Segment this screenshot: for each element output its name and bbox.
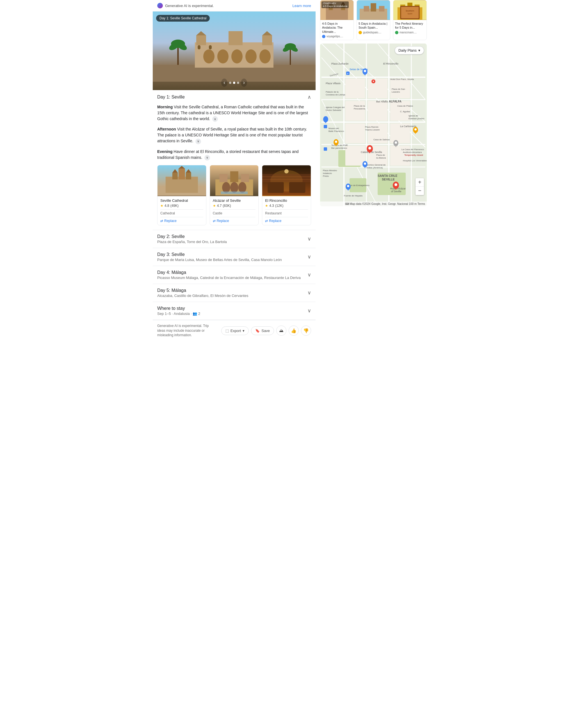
where-to-stay-chevron[interactable]: ∨ xyxy=(307,308,311,314)
svg-rect-91 xyxy=(368,101,387,121)
svg-text:Museo del: Museo del xyxy=(329,127,339,130)
alcazar-replace-btn[interactable]: ⇄ Replace xyxy=(213,217,256,223)
svg-text:Palacio de la: Palacio de la xyxy=(326,91,339,93)
svg-text:SANTA CRUZ: SANTA CRUZ xyxy=(378,174,398,177)
svg-text:SEVILLE: SEVILLE xyxy=(382,178,395,181)
svg-text:Condesa de Lebrija: Condesa de Lebrija xyxy=(326,94,345,96)
zoom-out-button[interactable]: − xyxy=(415,187,424,195)
hero-next-arrow[interactable]: › xyxy=(241,78,247,87)
svg-text:Prieto: Prieto xyxy=(323,175,329,177)
afternoon-expand-btn[interactable]: ∨ xyxy=(195,139,201,144)
daily-plans-button[interactable]: Daily Plans ▾ xyxy=(395,46,424,55)
afternoon-text: Visit the Alcázar of Seville, a royal pa… xyxy=(157,127,307,143)
svg-text:Spain: Spain xyxy=(407,13,412,15)
morning-expand-btn[interactable]: ∨ xyxy=(212,116,218,122)
place-card-cathedral: Seville Cathedral ★ 4.8 (49K) Cathedral … xyxy=(157,165,206,226)
where-to-stay-subtitle: Sep 1–5 · Andalusia · 👥 2 xyxy=(157,312,200,316)
restaurant-replace-btn[interactable]: ⇄ Replace xyxy=(265,217,308,223)
svg-point-159 xyxy=(414,128,417,131)
day5-chevron[interactable]: ∨ xyxy=(307,290,311,296)
cathedral-replace-btn[interactable]: ⇄ Replace xyxy=(160,217,203,223)
svg-text:Baile Flamenco: Baile Flamenco xyxy=(329,130,344,133)
day4-title: Day 4: Málaga xyxy=(157,270,301,275)
day2-title: Day 2: Seville xyxy=(157,234,227,239)
itinerary-cards-row: ITINERARY4-5 Days in Andalucia 4-5 Days … xyxy=(320,0,427,40)
hero-dot-3[interactable] xyxy=(237,82,239,84)
ai-banner-left: Generative AI is experimental. xyxy=(157,3,214,8)
svg-rect-96 xyxy=(345,146,365,166)
svg-text:Pescadería: Pescadería xyxy=(354,107,365,110)
alcazar-name: Alcázar of Seville xyxy=(213,199,256,203)
svg-text:Southern: Southern xyxy=(406,10,414,12)
itin-card-1[interactable]: ITINERARY4-5 Days in Andalucia 4-5 Days … xyxy=(320,0,354,40)
map-svg: Santiago Plaza Zurbarán Setas de Sevilla… xyxy=(320,43,427,206)
hero-image-container: Day 1: Seville Seville Cathedral ‹ › xyxy=(153,11,315,90)
day3-chevron[interactable]: ∨ xyxy=(307,254,311,260)
source-dot-3 xyxy=(395,31,398,34)
svg-rect-43 xyxy=(268,182,284,193)
svg-text:Terraza del EME: Terraza del EME xyxy=(331,144,348,146)
svg-text:La Carbonería: La Carbonería xyxy=(400,125,416,128)
itin-card-body-1: 4-5 Days in Andalucia: The Ultimate... v… xyxy=(320,20,353,40)
day1-header[interactable]: Day 1: Seville ∧ xyxy=(153,90,315,104)
svg-rect-147 xyxy=(324,125,327,128)
svg-point-12 xyxy=(245,49,257,63)
save-icon: 🔖 xyxy=(255,328,260,333)
hero-navigation: ‹ › xyxy=(221,78,247,87)
save-button[interactable]: 🔖 Save xyxy=(251,326,274,335)
hero-prev-arrow[interactable]: ‹ xyxy=(221,78,228,87)
map-terms-link[interactable]: Terms xyxy=(417,202,425,205)
map-container[interactable]: Santiago Plaza Zurbarán Setas de Sevilla… xyxy=(320,43,427,206)
svg-text:Divino Salvador: Divino Salvador xyxy=(326,109,341,111)
day2-subtitle: Plaza de España, Torre del Oro, La Barto… xyxy=(157,240,227,244)
svg-text:Iglesia de: Iglesia de xyxy=(408,114,418,117)
svg-rect-44 xyxy=(289,182,305,193)
itin-card-source-1: voyagetips.... xyxy=(322,35,352,38)
day3-header[interactable]: Day 3: Seville Parque de Maria Luisa, Mu… xyxy=(153,248,315,266)
thumbs-up-button[interactable]: 👍 xyxy=(289,325,299,336)
svg-text:Bar panorámico: Bar panorámico xyxy=(331,147,347,149)
svg-text:Leandro: Leandro xyxy=(392,91,400,93)
itin-card-img-3: Southern Spain xyxy=(393,0,427,20)
itin-card-3[interactable]: Southern Spain The Perfect Itinerary for… xyxy=(393,0,427,40)
itin-card-source-3: marocmam.... xyxy=(395,31,425,34)
thumbs-down-button[interactable]: 👎 xyxy=(301,325,311,336)
svg-text:Hospital Los Venerables: Hospital Los Venerables xyxy=(403,160,427,162)
svg-text:Archivo General de: Archivo General de xyxy=(366,164,386,166)
svg-text:Plaza Ministro: Plaza Ministro xyxy=(323,169,337,172)
evening-text: Have dinner at El Rinconcillo, a storied… xyxy=(157,149,299,160)
evening-expand-btn[interactable]: ∨ xyxy=(204,155,210,161)
day5-subtitle: Alcazaba, Castillo de Gibralfaro, El Mes… xyxy=(157,293,248,298)
svg-text:▼: ▼ xyxy=(372,80,375,83)
where-to-stay-header[interactable]: Where to stay Sep 1–5 · Andalusia · 👥 2 … xyxy=(153,302,315,320)
daily-plans-label: Daily Plans xyxy=(398,48,417,53)
hero-dot-2[interactable] xyxy=(233,82,235,84)
svg-point-11 xyxy=(231,49,243,63)
zoom-in-button[interactable]: + xyxy=(415,178,424,187)
day5-header[interactable]: Day 5: Málaga Alcazaba, Castillo de Gibr… xyxy=(153,284,315,302)
svg-text:El Rinconcillo: El Rinconcillo xyxy=(383,62,398,65)
day2-chevron[interactable]: ∨ xyxy=(307,236,311,242)
svg-rect-15 xyxy=(209,45,212,49)
svg-point-168 xyxy=(364,163,366,165)
svg-text:Iglesia Colegial del: Iglesia Colegial del xyxy=(326,106,344,109)
itin-card-img-1: ITINERARY4-5 Days in Andalucia xyxy=(320,0,353,20)
hero-dot-1[interactable] xyxy=(229,82,231,84)
itin-card-2[interactable]: 5 Days in Andalucia | South Spain... gui… xyxy=(357,0,390,40)
day4-header[interactable]: Day 4: Málaga Picasso Museum Málaga, Cat… xyxy=(153,266,315,284)
afternoon-block: Afternoon Visit the Alcázar of Seville, … xyxy=(157,126,311,144)
share-icon: ⛰ xyxy=(279,328,283,333)
svg-text:Bar Alfalfa: Bar Alfalfa xyxy=(376,100,388,103)
share-button[interactable]: ⛰ xyxy=(276,325,286,336)
svg-marker-5 xyxy=(262,31,272,35)
cathedral-name: Seville Cathedral xyxy=(160,199,203,203)
hero-image xyxy=(153,11,315,90)
export-button[interactable]: ⬚ Export ▾ xyxy=(221,326,249,335)
day2-header[interactable]: Day 2: Seville Plaza de España, Torre de… xyxy=(153,230,315,248)
svg-rect-28 xyxy=(186,173,191,179)
svg-rect-34 xyxy=(219,174,228,182)
day1-chevron-up[interactable]: ∧ xyxy=(307,94,311,100)
learn-more-link[interactable]: Learn more xyxy=(293,4,311,8)
svg-marker-3 xyxy=(196,31,206,35)
day4-chevron[interactable]: ∨ xyxy=(307,272,311,278)
